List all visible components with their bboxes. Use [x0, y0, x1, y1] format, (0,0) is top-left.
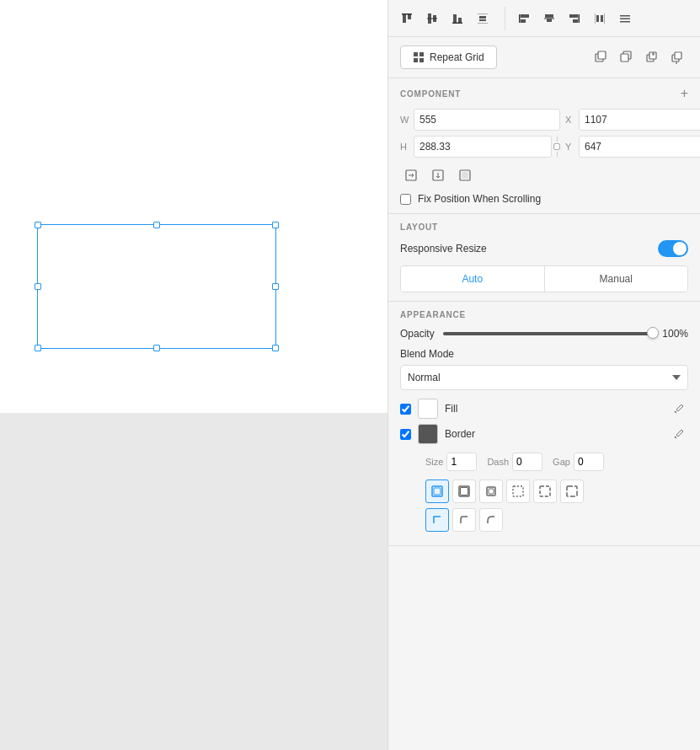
opacity-row: Opacity 100% [400, 328, 688, 340]
svg-rect-32 [419, 58, 424, 62]
border-details-row: Size Dash Gap [400, 449, 688, 476]
appearance-label: APPEARANCE [400, 310, 466, 319]
svg-rect-18 [547, 19, 552, 22]
width-input[interactable] [414, 109, 560, 131]
handle-bl[interactable] [35, 345, 41, 351]
svg-rect-1 [408, 14, 411, 19]
border-size-input[interactable] [446, 453, 477, 471]
repeat-grid-icon [413, 51, 425, 63]
link-dims-button[interactable] [553, 137, 560, 157]
fix-position-checkbox[interactable] [400, 194, 411, 205]
fill-label: Fill [445, 403, 663, 415]
duplicate-back-button[interactable] [616, 46, 638, 68]
svg-rect-19 [579, 14, 580, 23]
svg-rect-34 [598, 51, 606, 59]
height-field: H [400, 136, 552, 158]
layout-section: LAYOUT Responsive Resize Auto Manual [388, 214, 700, 302]
y-label: Y [565, 142, 575, 152]
fill-row: Fill [400, 399, 688, 419]
manual-button[interactable]: Manual [545, 266, 688, 292]
component-add-button[interactable]: + [681, 87, 688, 100]
svg-rect-26 [620, 15, 630, 17]
border-dash-input[interactable] [512, 453, 542, 471]
border-gap-label: Gap [553, 457, 570, 467]
handle-bm[interactable] [153, 345, 160, 351]
fill-color-swatch[interactable] [418, 399, 438, 419]
y-field: Y ↔ ↕ [565, 136, 700, 158]
auto-manual-row: Auto Manual [400, 265, 688, 292]
fit-width-button[interactable] [400, 164, 422, 186]
distribute-v-button[interactable] [471, 7, 494, 30]
toolbar [388, 0, 700, 37]
align-bottom-button[interactable] [446, 7, 469, 30]
appearance-section: APPEARANCE Opacity 100% Blend Mode Norma… [388, 302, 700, 546]
selection-box[interactable] [37, 224, 276, 349]
duplicate-forward-button[interactable] [641, 46, 663, 68]
svg-rect-6 [453, 14, 457, 23]
appearance-header: APPEARANCE [400, 310, 688, 319]
height-input[interactable] [414, 136, 552, 158]
repeat-grid-section: Repeat Grid [388, 37, 700, 78]
svg-rect-46 [434, 488, 441, 495]
border-dash-style-3-button[interactable] [560, 479, 584, 503]
handle-ml[interactable] [35, 283, 41, 290]
fill-eyedropper-button[interactable] [670, 399, 688, 418]
fit-all-button[interactable] [454, 164, 476, 186]
fit-height-button[interactable] [427, 164, 449, 186]
right-panel: Repeat Grid [387, 0, 700, 750]
y-input[interactable] [579, 136, 700, 158]
responsive-toggle[interactable] [658, 240, 688, 257]
responsive-resize-row: Responsive Resize [400, 240, 688, 257]
fill-checkbox[interactable] [400, 404, 411, 415]
border-size-field: Size [425, 453, 477, 471]
align-right-button[interactable] [563, 7, 586, 30]
handle-br[interactable] [272, 345, 279, 351]
component-header: COMPONENT + [400, 87, 688, 100]
border-checkbox[interactable] [400, 429, 411, 440]
height-row: H [400, 136, 560, 158]
handle-tm[interactable] [153, 222, 160, 228]
svg-rect-21 [573, 19, 578, 23]
align-center-v-button[interactable] [420, 7, 444, 30]
component-section: COMPONENT + W X ↻ 0° H [388, 78, 700, 214]
border-align-center-button[interactable] [452, 479, 476, 503]
corner-style-sharp-button[interactable] [425, 508, 449, 532]
corner-style-rounded-button[interactable] [452, 508, 476, 532]
x-input[interactable] [579, 109, 700, 131]
repeat-grid-button[interactable]: Repeat Grid [400, 46, 497, 69]
border-align-inner-button[interactable] [425, 479, 449, 503]
more-button[interactable] [613, 7, 637, 30]
align-top-button[interactable] [395, 7, 419, 30]
blend-mode-select[interactable]: Normal Multiply Screen Overlay [400, 365, 688, 390]
border-align-outer-button[interactable] [479, 479, 503, 503]
layout-header: LAYOUT [400, 222, 688, 232]
align-left-button[interactable] [512, 7, 536, 30]
opacity-slider[interactable] [443, 332, 655, 335]
toggle-knob [673, 242, 687, 255]
corner-style-inverted-button[interactable] [479, 508, 503, 532]
svg-rect-28 [620, 21, 630, 23]
border-color-swatch[interactable] [418, 424, 438, 444]
repeat-grid-label: Repeat Grid [430, 51, 484, 63]
svg-rect-14 [521, 14, 529, 18]
width-field: W [400, 109, 560, 131]
handle-tr[interactable] [272, 222, 279, 228]
border-gap-field: Gap [553, 453, 604, 471]
duplicate-icons-row [590, 46, 688, 68]
auto-button[interactable]: Auto [401, 266, 545, 292]
distribute-h-button[interactable] [588, 7, 612, 30]
duplicate-backward-button[interactable] [666, 46, 688, 68]
svg-rect-36 [621, 54, 628, 62]
border-dash-style-1-button[interactable] [506, 479, 530, 503]
responsive-resize-label: Responsive Resize [400, 243, 487, 254]
height-label: H [400, 142, 410, 152]
handle-tl[interactable] [35, 222, 41, 228]
handle-mr[interactable] [272, 283, 279, 290]
duplicate-front-button[interactable] [590, 46, 612, 68]
border-gap-input[interactable] [574, 453, 604, 471]
border-eyedropper-button[interactable] [670, 425, 688, 443]
align-center-h-button[interactable] [537, 7, 561, 30]
border-dash-style-2-button[interactable] [533, 479, 557, 503]
svg-rect-48 [461, 488, 468, 496]
border-row: Border [400, 424, 688, 444]
